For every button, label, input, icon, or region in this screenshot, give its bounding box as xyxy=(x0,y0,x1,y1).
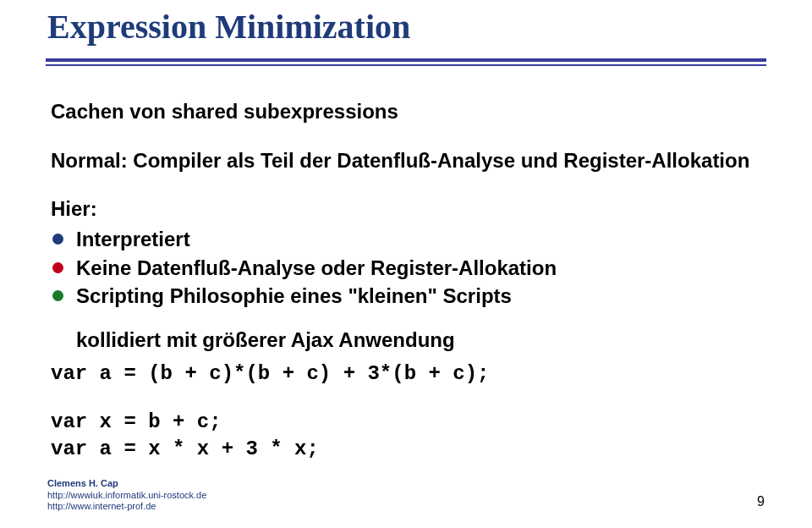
footer-url: http://www.internet-prof.de xyxy=(47,501,206,513)
code-line: var a = x * x + 3 * x; xyxy=(51,436,761,463)
footer-url: http://wwwiuk.informatik.uni-rostock.de xyxy=(47,490,206,502)
slide-title: Expression Minimization xyxy=(0,0,812,47)
footer: Clemens H. Cap http://wwwiuk.informatik.… xyxy=(47,478,206,513)
slide: Expression Minimization Cachen von share… xyxy=(0,0,812,528)
code-block: var a = (b + c)*(b + c) + 3*(b + c); var… xyxy=(51,360,761,463)
bullet-list: Interpretiert Keine Datenfluß-Analyse od… xyxy=(51,226,761,310)
hier-label: Hier: xyxy=(51,195,761,223)
title-rule xyxy=(46,58,766,66)
bullet-item: Keine Datenfluß-Analyse oder Register-Al… xyxy=(51,255,761,282)
bullet-item: Interpretiert xyxy=(51,226,761,253)
slide-body: Cachen von shared subexpressions Normal:… xyxy=(0,66,812,463)
normal-paragraph: Normal: Compiler als Teil der Datenfluß-… xyxy=(51,147,761,174)
code-line: var a = (b + c)*(b + c) + 3*(b + c); xyxy=(51,360,761,388)
footer-author: Clemens H. Cap xyxy=(47,478,206,490)
intro-paragraph: Cachen von shared subexpressions xyxy=(51,98,761,125)
code-line: var x = b + c; xyxy=(51,409,761,436)
bullet-subline: kollidiert mit größerer Ajax Anwendung xyxy=(76,327,761,354)
bullet-item: Scripting Philosophie eines "kleinen" Sc… xyxy=(51,283,761,310)
page-number: 9 xyxy=(757,494,765,509)
